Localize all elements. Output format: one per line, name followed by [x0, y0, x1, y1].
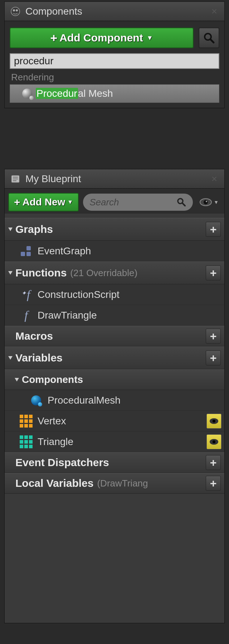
visibility-toggle[interactable]: [206, 434, 221, 449]
svg-point-17: [213, 440, 215, 443]
item-triangle[interactable]: Triangle: [5, 431, 224, 452]
category-suffix: (DrawTriang: [97, 478, 148, 489]
eye-icon: [209, 418, 219, 424]
search-toggle-button[interactable]: [199, 28, 219, 48]
eye-icon: [199, 198, 212, 206]
array-variable-icon: [19, 414, 33, 428]
category-graphs[interactable]: Graphs +: [5, 218, 224, 241]
category-macros[interactable]: Macros +: [5, 326, 224, 346]
item-label: ConstructionScript: [38, 289, 120, 300]
search-result-label: Procedural Mesh: [36, 88, 113, 99]
category-functions[interactable]: Functions (21 Overridable) +: [5, 261, 224, 284]
plus-icon: +: [50, 31, 58, 45]
chevron-down-icon: ▼: [147, 34, 153, 42]
item-eventgraph[interactable]: EventGraph: [5, 241, 224, 261]
close-icon[interactable]: ×: [209, 6, 219, 17]
category-components[interactable]: Components: [5, 369, 224, 390]
function-icon: f: [19, 308, 33, 323]
components-tab-header: Components ×: [5, 2, 224, 21]
disclosure-icon: [15, 378, 19, 381]
item-drawtriangle[interactable]: f DrawTriangle: [5, 305, 224, 326]
item-constructionscript[interactable]: f ConstructionScript: [5, 284, 224, 305]
add-new-button[interactable]: + Add New ▼: [8, 193, 79, 211]
svg-point-12: [204, 200, 208, 204]
category-label: Graphs: [15, 223, 53, 235]
category-label: Event Dispatchers: [15, 456, 109, 469]
disclosure-icon: [8, 271, 13, 275]
array-variable-icon: [19, 435, 33, 449]
svg-point-15: [213, 420, 215, 423]
add-new-label: Add New: [23, 196, 65, 208]
disclosure-icon: [8, 356, 13, 360]
category-event-dispatchers[interactable]: Event Dispatchers +: [5, 452, 224, 473]
components-tab-icon: [10, 6, 21, 17]
item-label: Triangle: [38, 436, 73, 448]
disclosure-icon: [8, 228, 13, 231]
category-variables[interactable]: Variables +: [5, 346, 224, 369]
search-placeholder: Search: [89, 197, 174, 208]
add-macro-button[interactable]: +: [206, 329, 221, 344]
add-function-button[interactable]: +: [206, 265, 221, 280]
add-local-variable-button[interactable]: +: [206, 476, 221, 491]
component-ref-icon: [29, 393, 43, 408]
search-result-procedural-mesh[interactable]: Procedural Mesh: [10, 84, 219, 103]
category-label: Components: [22, 374, 83, 385]
components-tab-title: Components: [25, 6, 82, 17]
chevron-down-icon: ▼: [67, 199, 73, 205]
chevron-down-icon: ▼: [214, 199, 219, 205]
add-component-button[interactable]: + Add Component ▼: [10, 28, 194, 48]
svg-point-2: [16, 9, 18, 11]
visibility-filter-dropdown[interactable]: ▼: [197, 194, 221, 211]
visibility-toggle[interactable]: [206, 414, 221, 429]
my-blueprint-tab-title: My Blueprint: [25, 173, 81, 185]
search-result-rest: al Mesh: [78, 88, 113, 99]
search-category-label: Rendering: [10, 69, 219, 84]
svg-point-1: [13, 9, 15, 11]
plus-icon: +: [14, 196, 20, 208]
components-panel: Components × + Add Component ▼ Rendering: [4, 1, 225, 108]
my-blueprint-tab-header: My Blueprint ×: [5, 169, 224, 189]
category-local-variables[interactable]: Local Variables (DrawTriang +: [5, 473, 224, 494]
blueprint-search-input[interactable]: Search: [83, 194, 193, 211]
item-proceduralmesh[interactable]: ProceduralMesh: [5, 390, 224, 411]
component-search-input[interactable]: [10, 53, 219, 69]
function-override-icon: f: [19, 288, 33, 302]
category-label: Macros: [15, 330, 53, 342]
category-label: Local Variables: [15, 477, 93, 489]
mesh-component-icon: [22, 89, 32, 99]
eye-icon: [209, 439, 219, 445]
category-suffix: (21 Overridable): [70, 268, 137, 279]
item-label: Vertex: [38, 415, 66, 427]
item-label: EventGraph: [38, 245, 91, 257]
search-result-highlight: Procedur: [36, 88, 78, 99]
item-label: DrawTriangle: [38, 310, 97, 321]
eventgraph-icon: [19, 244, 33, 258]
add-event-dispatcher-button[interactable]: +: [206, 455, 221, 470]
close-icon[interactable]: ×: [209, 173, 219, 185]
add-component-label: Add Component: [59, 32, 143, 44]
category-label: Functions: [15, 267, 67, 279]
search-icon: [176, 197, 186, 207]
item-vertex[interactable]: Vertex: [5, 411, 224, 431]
search-icon: [203, 32, 215, 44]
category-label: Variables: [15, 352, 63, 364]
add-variable-button[interactable]: +: [206, 350, 221, 365]
blueprint-tab-icon: [10, 173, 21, 185]
item-label: ProceduralMesh: [48, 395, 121, 406]
svg-point-13: [206, 201, 207, 202]
svg-line-4: [210, 39, 214, 43]
my-blueprint-panel: My Blueprint × + Add New ▼ Search: [4, 169, 225, 623]
add-graph-button[interactable]: +: [206, 222, 221, 237]
svg-line-10: [182, 203, 185, 206]
